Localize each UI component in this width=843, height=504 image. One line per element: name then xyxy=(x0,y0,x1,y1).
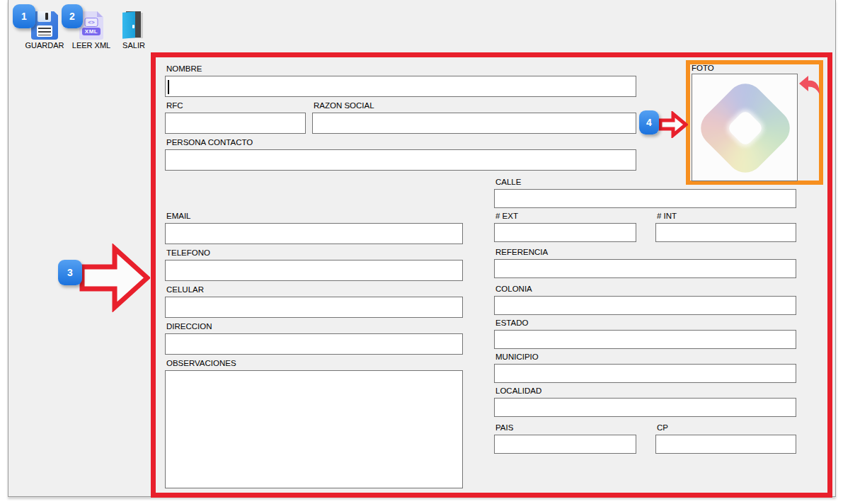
num-int-label: # INT xyxy=(657,212,677,220)
leer-xml-button-label: LEER XML xyxy=(72,41,110,50)
foto-label: FOTO xyxy=(692,64,714,72)
nombre-label: NOMBRE xyxy=(166,64,202,73)
rfc-label: RFC xyxy=(166,101,183,110)
direccion-label: DIRECCION xyxy=(166,322,212,331)
step3-arrow-icon xyxy=(79,244,150,312)
exit-door-icon xyxy=(122,11,146,40)
text-caret xyxy=(168,80,169,94)
localidad-input[interactable] xyxy=(494,398,796,417)
placeholder-image xyxy=(693,76,797,180)
curved-reply-arrow-icon xyxy=(798,74,822,98)
colonia-input[interactable] xyxy=(494,296,796,315)
celular-label: CELULAR xyxy=(166,285,204,294)
localidad-label: LOCALIDAD xyxy=(495,386,541,395)
step4-arrow-icon xyxy=(658,111,688,138)
floppy-label-area xyxy=(37,25,52,37)
guardar-button-label: GUARDAR xyxy=(25,41,64,50)
photo-box[interactable] xyxy=(692,74,798,181)
floppy-shutter-slot xyxy=(45,13,48,20)
cp-input[interactable] xyxy=(655,435,796,454)
pais-input[interactable] xyxy=(494,435,636,454)
num-ext-label: # EXT xyxy=(495,212,518,220)
email-input[interactable] xyxy=(165,223,463,244)
cp-label: CP xyxy=(657,423,668,432)
razon-social-input[interactable] xyxy=(312,113,636,134)
persona-contacto-label: PERSONA CONTACTO xyxy=(166,138,253,147)
estado-input[interactable] xyxy=(494,330,796,349)
telefono-label: TELEFONO xyxy=(166,248,210,257)
step-badge-2: 2 xyxy=(62,4,83,28)
razon-social-label: RAZON SOCIAL xyxy=(314,101,374,110)
num-int-input[interactable] xyxy=(655,223,796,242)
referencia-input[interactable] xyxy=(494,259,796,278)
app-screenshot: GUARDAR <> XML LEER XML SALIR 1 2 3 4 NO xyxy=(0,0,843,504)
telefono-input[interactable] xyxy=(165,260,463,281)
salir-button-label: SALIR xyxy=(122,41,145,50)
step-badge-4: 4 xyxy=(639,110,659,134)
salir-button[interactable]: SALIR xyxy=(114,11,154,50)
direccion-input[interactable] xyxy=(165,333,463,355)
calle-input[interactable] xyxy=(494,189,796,208)
celular-input[interactable] xyxy=(165,297,463,318)
num-ext-input[interactable] xyxy=(494,223,636,242)
observaciones-textarea[interactable] xyxy=(165,370,463,488)
email-label: EMAIL xyxy=(166,212,191,220)
xml-badge-band: XML xyxy=(82,28,101,35)
estado-label: ESTADO xyxy=(495,319,528,327)
nombre-input[interactable] xyxy=(165,76,636,97)
step-badge-1: 1 xyxy=(13,4,35,28)
observaciones-label: OBSERVACIONES xyxy=(166,359,236,367)
pais-label: PAIS xyxy=(495,423,513,432)
door-knob xyxy=(132,25,134,28)
persona-contacto-input[interactable] xyxy=(165,149,636,171)
step-badge-3: 3 xyxy=(58,260,82,285)
municipio-input[interactable] xyxy=(494,364,796,383)
colonia-label: COLONIA xyxy=(495,285,532,293)
municipio-label: MUNICIPIO xyxy=(495,353,539,361)
calle-label: CALLE xyxy=(495,178,521,186)
xml-code-glyph: <> xyxy=(85,18,98,27)
floppy-label-lines xyxy=(38,28,51,35)
rfc-input[interactable] xyxy=(165,113,306,134)
referencia-label: REFERENCIA xyxy=(495,248,548,256)
xml-file-icon: <> XML xyxy=(79,11,103,40)
floppy-shutter xyxy=(38,11,51,22)
